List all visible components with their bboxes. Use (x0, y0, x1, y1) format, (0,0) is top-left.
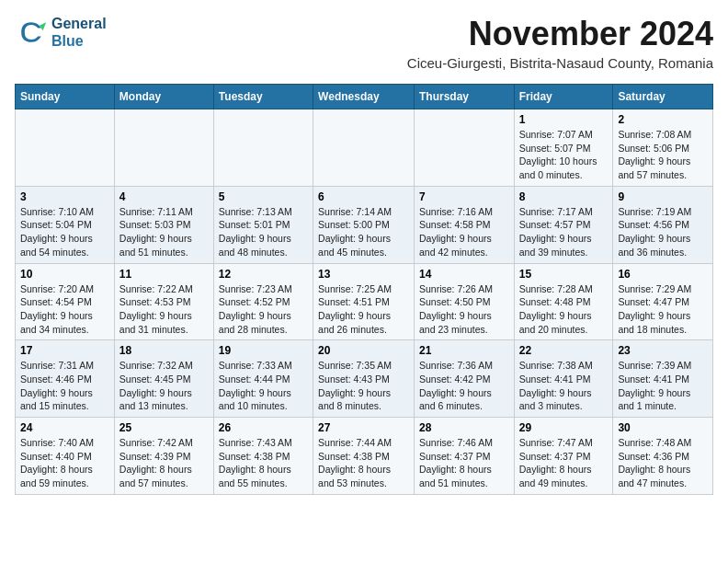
day-number: 2 (618, 113, 708, 126)
day-cell: 18Sunrise: 7:32 AMSunset: 4:45 PMDayligh… (114, 340, 213, 418)
day-number: 15 (519, 268, 609, 281)
day-cell: 28Sunrise: 7:46 AMSunset: 4:37 PMDayligh… (414, 418, 514, 495)
week-row-3: 10Sunrise: 7:20 AMSunset: 4:54 PMDayligh… (16, 263, 713, 340)
day-cell: 26Sunrise: 7:43 AMSunset: 4:38 PMDayligh… (213, 418, 313, 495)
day-info: Sunrise: 7:44 AMSunset: 4:38 PMDaylight:… (318, 436, 409, 490)
day-info: Sunrise: 7:32 AMSunset: 4:45 PMDaylight:… (119, 359, 209, 413)
location-title: Ciceu-Giurgesti, Bistrita-Nasaud County,… (407, 55, 713, 71)
day-info: Sunrise: 7:31 AMSunset: 4:46 PMDaylight:… (20, 359, 109, 413)
weekday-header-tuesday: Tuesday (213, 85, 313, 109)
day-cell: 15Sunrise: 7:28 AMSunset: 4:48 PMDayligh… (514, 263, 613, 340)
day-info: Sunrise: 7:40 AMSunset: 4:40 PMDaylight:… (20, 436, 109, 490)
day-number: 24 (20, 421, 109, 434)
day-number: 5 (219, 190, 308, 203)
day-number: 16 (618, 268, 708, 281)
day-info: Sunrise: 7:29 AMSunset: 4:47 PMDaylight:… (618, 282, 708, 337)
day-number: 4 (119, 190, 209, 203)
day-cell: 19Sunrise: 7:33 AMSunset: 4:44 PMDayligh… (213, 340, 313, 418)
day-number: 22 (519, 344, 609, 357)
day-number: 18 (119, 344, 209, 357)
day-cell: 7Sunrise: 7:16 AMSunset: 4:58 PMDaylight… (414, 186, 514, 263)
day-number: 12 (219, 268, 308, 281)
day-cell: 27Sunrise: 7:44 AMSunset: 4:38 PMDayligh… (313, 418, 415, 495)
weekday-header-monday: Monday (114, 85, 213, 109)
day-cell: 11Sunrise: 7:22 AMSunset: 4:53 PMDayligh… (114, 263, 213, 340)
day-cell: 13Sunrise: 7:25 AMSunset: 4:51 PMDayligh… (313, 263, 415, 340)
weekday-header-row: SundayMondayTuesdayWednesdayThursdayFrid… (16, 85, 713, 109)
day-info: Sunrise: 7:47 AMSunset: 4:37 PMDaylight:… (519, 436, 609, 490)
weekday-header-thursday: Thursday (414, 85, 514, 109)
week-row-4: 17Sunrise: 7:31 AMSunset: 4:46 PMDayligh… (16, 340, 713, 418)
day-cell (16, 109, 115, 187)
day-cell: 16Sunrise: 7:29 AMSunset: 4:47 PMDayligh… (613, 263, 713, 340)
day-info: Sunrise: 7:35 AMSunset: 4:43 PMDaylight:… (318, 359, 409, 413)
svg-rect-0 (15, 16, 48, 49)
day-cell: 21Sunrise: 7:36 AMSunset: 4:42 PMDayligh… (414, 340, 514, 418)
day-cell: 24Sunrise: 7:40 AMSunset: 4:40 PMDayligh… (16, 418, 115, 495)
day-cell: 10Sunrise: 7:20 AMSunset: 4:54 PMDayligh… (16, 263, 115, 340)
day-number: 9 (618, 190, 708, 203)
day-info: Sunrise: 7:20 AMSunset: 4:54 PMDaylight:… (20, 282, 109, 337)
calendar-table: SundayMondayTuesdayWednesdayThursdayFrid… (15, 84, 713, 495)
day-cell: 23Sunrise: 7:39 AMSunset: 4:41 PMDayligh… (613, 340, 713, 418)
day-number: 26 (219, 421, 308, 434)
day-info: Sunrise: 7:46 AMSunset: 4:37 PMDaylight:… (419, 436, 509, 490)
day-number: 6 (318, 190, 409, 203)
day-number: 14 (419, 268, 509, 281)
day-cell (414, 109, 514, 187)
week-row-1: 1Sunrise: 7:07 AMSunset: 5:07 PMDaylight… (16, 109, 713, 187)
day-cell: 9Sunrise: 7:19 AMSunset: 4:56 PMDaylight… (613, 186, 713, 263)
day-info: Sunrise: 7:28 AMSunset: 4:48 PMDaylight:… (519, 282, 609, 337)
day-info: Sunrise: 7:42 AMSunset: 4:39 PMDaylight:… (119, 436, 209, 490)
day-info: Sunrise: 7:17 AMSunset: 4:57 PMDaylight:… (519, 205, 609, 259)
day-number: 28 (419, 421, 509, 434)
day-number: 30 (618, 421, 708, 434)
day-cell: 25Sunrise: 7:42 AMSunset: 4:39 PMDayligh… (114, 418, 213, 495)
day-cell (313, 109, 415, 187)
day-info: Sunrise: 7:10 AMSunset: 5:04 PMDaylight:… (20, 205, 109, 259)
day-number: 13 (318, 268, 409, 281)
day-info: Sunrise: 7:39 AMSunset: 4:41 PMDaylight:… (618, 359, 708, 413)
day-number: 25 (119, 421, 209, 434)
day-info: Sunrise: 7:19 AMSunset: 4:56 PMDaylight:… (618, 205, 708, 259)
day-cell: 4Sunrise: 7:11 AMSunset: 5:03 PMDaylight… (114, 186, 213, 263)
day-info: Sunrise: 7:08 AMSunset: 5:06 PMDaylight:… (618, 128, 708, 182)
day-cell: 29Sunrise: 7:47 AMSunset: 4:37 PMDayligh… (514, 418, 613, 495)
day-cell (213, 109, 313, 187)
day-info: Sunrise: 7:38 AMSunset: 4:41 PMDaylight:… (519, 359, 609, 413)
day-number: 21 (419, 344, 509, 357)
day-info: Sunrise: 7:43 AMSunset: 4:38 PMDaylight:… (219, 436, 308, 490)
month-title: November 2024 (407, 15, 713, 53)
day-number: 17 (20, 344, 109, 357)
day-number: 8 (519, 190, 609, 203)
day-number: 19 (219, 344, 308, 357)
day-info: Sunrise: 7:22 AMSunset: 4:53 PMDaylight:… (119, 282, 209, 337)
day-info: Sunrise: 7:25 AMSunset: 4:51 PMDaylight:… (318, 282, 409, 337)
weekday-header-saturday: Saturday (613, 85, 713, 109)
day-info: Sunrise: 7:26 AMSunset: 4:50 PMDaylight:… (419, 282, 509, 337)
day-cell: 8Sunrise: 7:17 AMSunset: 4:57 PMDaylight… (514, 186, 613, 263)
day-number: 1 (519, 113, 609, 126)
day-number: 29 (519, 421, 609, 434)
day-cell (114, 109, 213, 187)
day-info: Sunrise: 7:48 AMSunset: 4:36 PMDaylight:… (618, 436, 708, 490)
day-info: Sunrise: 7:13 AMSunset: 5:01 PMDaylight:… (219, 205, 308, 259)
day-number: 10 (20, 268, 109, 281)
weekday-header-wednesday: Wednesday (313, 85, 415, 109)
day-info: Sunrise: 7:23 AMSunset: 4:52 PMDaylight:… (219, 282, 308, 337)
weekday-header-friday: Friday (514, 85, 613, 109)
logo-icon (15, 16, 48, 49)
day-cell: 14Sunrise: 7:26 AMSunset: 4:50 PMDayligh… (414, 263, 514, 340)
day-cell: 6Sunrise: 7:14 AMSunset: 5:00 PMDaylight… (313, 186, 415, 263)
day-number: 23 (618, 344, 708, 357)
week-row-2: 3Sunrise: 7:10 AMSunset: 5:04 PMDaylight… (16, 186, 713, 263)
day-cell: 12Sunrise: 7:23 AMSunset: 4:52 PMDayligh… (213, 263, 313, 340)
day-cell: 20Sunrise: 7:35 AMSunset: 4:43 PMDayligh… (313, 340, 415, 418)
day-number: 27 (318, 421, 409, 434)
logo: General Blue (15, 15, 107, 50)
top-bar: General Blue November 2024 Ciceu-Giurges… (15, 15, 713, 78)
day-number: 3 (20, 190, 109, 203)
day-info: Sunrise: 7:14 AMSunset: 5:00 PMDaylight:… (318, 205, 409, 259)
day-info: Sunrise: 7:33 AMSunset: 4:44 PMDaylight:… (219, 359, 308, 413)
day-cell: 3Sunrise: 7:10 AMSunset: 5:04 PMDaylight… (16, 186, 115, 263)
